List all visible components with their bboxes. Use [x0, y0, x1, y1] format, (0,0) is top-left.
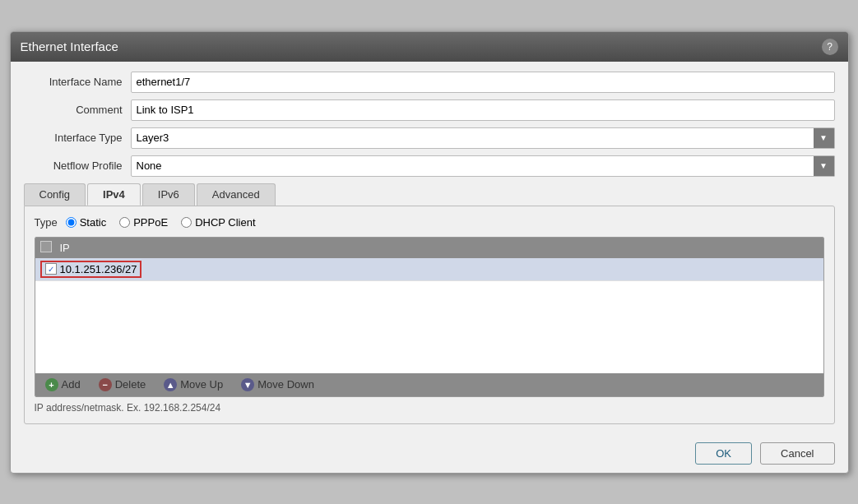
delete-icon: −	[99, 378, 112, 391]
interface-name-label: Interface Name	[24, 76, 131, 88]
delete-button[interactable]: − Delete	[95, 377, 150, 393]
radio-static-label: Static	[80, 216, 107, 229]
move-down-icon: ▼	[241, 378, 254, 391]
netflow-profile-select-wrapper: None ▼	[131, 155, 835, 177]
netflow-profile-row: Netflow Profile None ▼	[24, 155, 835, 177]
tab-advanced[interactable]: Advanced	[197, 183, 276, 206]
interface-type-select[interactable]: Layer3	[131, 127, 835, 149]
tab-ipv4[interactable]: IPv4	[87, 183, 141, 206]
help-icon[interactable]: ?	[822, 39, 838, 55]
move-down-label: Move Down	[257, 378, 314, 391]
dialog-footer: OK Cancel	[11, 434, 848, 473]
netflow-profile-label: Netflow Profile	[24, 160, 131, 172]
interface-name-input[interactable]	[131, 72, 835, 93]
interface-type-select-wrapper: Layer3 ▼	[131, 127, 835, 149]
netflow-profile-select[interactable]: None	[131, 155, 835, 177]
table-header-checkbox-col	[40, 241, 60, 255]
comment-label: Comment	[24, 104, 131, 116]
dialog-header: Ethernet Interface ?	[11, 32, 848, 62]
ip-column-header: IP	[60, 242, 819, 254]
selected-row-box: ✓ 10.1.251.236/27	[40, 261, 142, 278]
row-checkbox-col: ✓ 10.1.251.236/27	[40, 261, 60, 278]
radio-dhcp[interactable]: DHCP Client	[181, 216, 255, 229]
type-radio-group: Static PPPoE DHCP Client	[66, 216, 256, 229]
table-row[interactable]: ✓ 10.1.251.236/27	[35, 258, 823, 281]
add-label: Add	[62, 378, 81, 391]
tab-config[interactable]: Config	[24, 183, 86, 206]
radio-static[interactable]: Static	[66, 216, 107, 229]
interface-type-label: Interface Type	[24, 132, 131, 144]
ip-cell: 10.1.251.236/27	[60, 263, 137, 275]
radio-pppoe-label: PPPoE	[133, 216, 168, 229]
radio-dhcp-label: DHCP Client	[195, 216, 255, 229]
ip-table-header: IP	[35, 238, 823, 258]
ethernet-interface-dialog: Ethernet Interface ? Interface Name Comm…	[10, 31, 849, 474]
ipv4-tab-content: Type Static PPPoE DHCP Client	[24, 206, 835, 424]
ip-table-body: ✓ 10.1.251.236/27	[35, 258, 823, 373]
interface-name-row: Interface Name	[24, 72, 835, 93]
move-up-label: Move Up	[180, 378, 223, 391]
ip-toolbar: + Add − Delete ▲ Move Up ▼ Move Down	[35, 373, 823, 396]
interface-type-row: Interface Type Layer3 ▼	[24, 127, 835, 149]
tab-bar: Config IPv4 IPv6 Advanced	[24, 183, 835, 206]
cancel-button[interactable]: Cancel	[760, 442, 834, 465]
add-button[interactable]: + Add	[42, 377, 84, 393]
row-checkbox[interactable]: ✓	[45, 263, 57, 275]
dialog-title: Ethernet Interface	[21, 39, 118, 53]
add-icon: +	[45, 378, 58, 391]
comment-input[interactable]	[131, 99, 835, 121]
move-up-button[interactable]: ▲ Move Up	[160, 377, 226, 393]
comment-row: Comment	[24, 99, 835, 121]
ip-table: IP ✓ 10.1.251.236/27 +	[35, 237, 824, 397]
hint-text: IP address/netmask. Ex. 192.168.2.254/24	[35, 402, 824, 414]
radio-pppoe[interactable]: PPPoE	[119, 216, 168, 229]
move-up-icon: ▲	[164, 378, 177, 391]
dialog-body: Interface Name Comment Interface Type La…	[11, 62, 848, 434]
delete-label: Delete	[115, 378, 146, 391]
move-down-button[interactable]: ▼ Move Down	[238, 377, 318, 393]
tab-ipv6[interactable]: IPv6	[142, 183, 195, 206]
ok-button[interactable]: OK	[695, 442, 752, 465]
type-label: Type	[35, 216, 58, 229]
type-row: Type Static PPPoE DHCP Client	[35, 216, 824, 229]
